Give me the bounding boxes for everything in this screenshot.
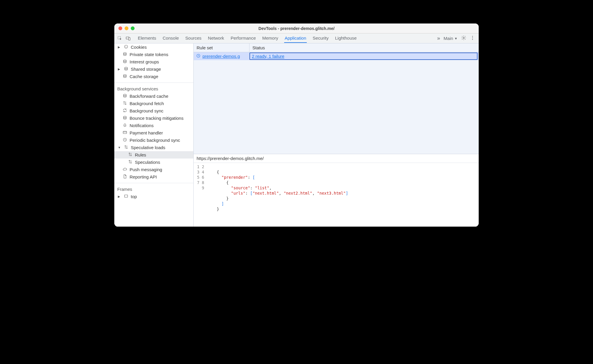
svg-point-8 bbox=[125, 46, 125, 46]
main-panel: Rule set Status prerender-demos.g2 ready… bbox=[194, 43, 479, 227]
detail-panel: https://prerender-demos.glitch.me/ 1 2 3… bbox=[194, 154, 479, 227]
sidebar-item-label: Rules bbox=[135, 152, 146, 157]
sidebar-item-reporting-api[interactable]: Reporting API bbox=[114, 173, 193, 181]
sidebar-item-speculative-loads[interactable]: ▼Speculative loads bbox=[114, 144, 193, 151]
sidebar-item-background-fetch[interactable]: Background fetch bbox=[114, 100, 193, 107]
tab-lighthouse[interactable]: Lighthouse bbox=[334, 34, 357, 43]
sidebar-item-back-forward-cache[interactable]: Back/forward cache bbox=[114, 92, 193, 100]
application-sidebar: ▶CookiesPrivate state tokensInterest gro… bbox=[114, 43, 194, 227]
devtools-window: DevTools - prerender-demos.glitch.me/ El… bbox=[114, 23, 479, 227]
sidebar-item-private-state-tokens[interactable]: Private state tokens bbox=[114, 51, 193, 58]
expand-arrow-icon: ▶ bbox=[118, 195, 121, 198]
svg-point-11 bbox=[123, 53, 126, 54]
sidebar-item-label: Cache storage bbox=[130, 74, 158, 79]
traffic-lights bbox=[114, 26, 135, 30]
sidebar-item-periodic-background-sync[interactable]: Periodic background sync bbox=[114, 136, 193, 144]
svg-rect-17 bbox=[123, 131, 127, 134]
minimize-window-button[interactable] bbox=[125, 26, 128, 30]
tab-sources[interactable]: Sources bbox=[185, 34, 202, 43]
db-icon bbox=[123, 115, 127, 121]
cell-ruleset: prerender-demos.g bbox=[194, 52, 249, 60]
tab-memory[interactable]: Memory bbox=[262, 34, 279, 43]
sidebar-item-label: Periodic background sync bbox=[130, 138, 180, 143]
doc-icon bbox=[123, 174, 127, 180]
sidebar-item-payment-handler[interactable]: Payment handler bbox=[114, 129, 193, 136]
target-label: Main bbox=[444, 36, 453, 41]
sidebar-item-rules[interactable]: Rules bbox=[114, 151, 193, 159]
sidebar-item-push-messaging[interactable]: Push messaging bbox=[114, 166, 193, 173]
sidebar-item-label: Cookies bbox=[131, 45, 147, 50]
svg-point-13 bbox=[125, 67, 127, 68]
settings-icon[interactable] bbox=[461, 35, 466, 41]
more-tabs-icon[interactable]: » bbox=[437, 35, 440, 41]
svg-rect-19 bbox=[125, 195, 128, 197]
svg-point-10 bbox=[126, 47, 126, 47]
device-toolbar-icon[interactable] bbox=[125, 35, 131, 42]
bell-icon bbox=[123, 123, 127, 128]
db-icon bbox=[123, 74, 127, 79]
cookie-icon bbox=[124, 44, 128, 50]
sidebar-item-background-sync[interactable]: Background sync bbox=[114, 107, 193, 114]
sidebar-item-label: Background sync bbox=[130, 108, 163, 113]
sidebar-item-label: Interest groups bbox=[130, 59, 159, 64]
tab-performance[interactable]: Performance bbox=[230, 34, 257, 43]
db-icon bbox=[123, 52, 127, 57]
sidebar-item-label: Speculative loads bbox=[131, 145, 165, 150]
card-icon bbox=[123, 130, 127, 136]
sidebar-item-cookies[interactable]: ▶Cookies bbox=[114, 43, 193, 51]
sync-icon bbox=[123, 108, 127, 114]
tab-console[interactable]: Console bbox=[162, 34, 180, 43]
svg-point-16 bbox=[123, 116, 126, 117]
grid-body: prerender-demos.g2 ready, 1 failure bbox=[194, 52, 479, 154]
ruleset-link[interactable]: prerender-demos.g bbox=[202, 54, 240, 59]
close-window-button[interactable] bbox=[118, 26, 122, 30]
detail-url: https://prerender-demos.glitch.me/ bbox=[194, 154, 479, 163]
tab-network[interactable]: Network bbox=[207, 34, 225, 43]
sidebar-item-label: Speculations bbox=[135, 160, 160, 165]
status-link[interactable]: 2 ready, 1 failure bbox=[252, 54, 284, 59]
sidebar-item-cache-storage[interactable]: Cache storage bbox=[114, 73, 193, 80]
svg-point-5 bbox=[472, 38, 473, 38]
updown-icon bbox=[123, 101, 127, 106]
updown-icon bbox=[128, 159, 133, 165]
updown-icon bbox=[124, 145, 128, 150]
frame-icon bbox=[124, 194, 128, 199]
db-icon bbox=[123, 93, 127, 99]
background-services-heading: Background services bbox=[114, 84, 193, 92]
code-body[interactable]: { "prerender": [ { "source": "list", "ur… bbox=[207, 164, 479, 227]
target-selector[interactable]: Main ▼ bbox=[444, 36, 458, 41]
clock-icon bbox=[196, 53, 201, 59]
main-toolbar: ElementsConsoleSourcesNetworkPerformance… bbox=[114, 33, 479, 43]
code-viewer: 1 2 3 4 5 6 7 8 9 { "prerender": [ { "so… bbox=[194, 163, 479, 227]
ruleset-grid: Rule set Status prerender-demos.g2 ready… bbox=[194, 43, 479, 154]
db-icon bbox=[123, 59, 127, 65]
svg-rect-2 bbox=[129, 38, 130, 40]
sidebar-item-top[interactable]: ▶top bbox=[114, 193, 193, 200]
sidebar-item-label: Reporting API bbox=[130, 174, 157, 179]
sidebar-item-interest-groups[interactable]: Interest groups bbox=[114, 58, 193, 65]
sidebar-item-notifications[interactable]: Notifications bbox=[114, 122, 193, 129]
expand-arrow-icon: ▼ bbox=[118, 146, 121, 149]
kebab-menu-icon[interactable] bbox=[470, 35, 475, 41]
inspect-element-icon[interactable] bbox=[117, 35, 123, 42]
grid-row[interactable]: prerender-demos.g2 ready, 1 failure bbox=[194, 52, 479, 60]
zoom-window-button[interactable] bbox=[131, 26, 135, 30]
sidebar-item-label: Notifications bbox=[130, 123, 154, 128]
sidebar-item-shared-storage[interactable]: ▶Shared storage bbox=[114, 65, 193, 73]
content-area: ▶CookiesPrivate state tokensInterest gro… bbox=[114, 43, 479, 227]
frames-heading: Frames bbox=[114, 184, 193, 193]
column-ruleset[interactable]: Rule set bbox=[194, 43, 249, 52]
column-status[interactable]: Status bbox=[249, 43, 479, 52]
tab-security[interactable]: Security bbox=[312, 34, 329, 43]
svg-point-9 bbox=[126, 47, 127, 47]
chevron-down-icon: ▼ bbox=[454, 37, 458, 40]
sidebar-item-speculations[interactable]: Speculations bbox=[114, 159, 193, 166]
expand-arrow-icon: ▶ bbox=[118, 68, 121, 71]
svg-point-4 bbox=[472, 36, 473, 37]
panel-tabs: ElementsConsoleSourcesNetworkPerformance… bbox=[137, 34, 435, 43]
svg-point-14 bbox=[123, 75, 126, 76]
sidebar-item-label: Bounce tracking mitigations bbox=[130, 116, 183, 121]
sidebar-item-bounce-tracking-mitigations[interactable]: Bounce tracking mitigations bbox=[114, 114, 193, 122]
tab-elements[interactable]: Elements bbox=[137, 34, 157, 43]
tab-application[interactable]: Application bbox=[284, 34, 307, 43]
